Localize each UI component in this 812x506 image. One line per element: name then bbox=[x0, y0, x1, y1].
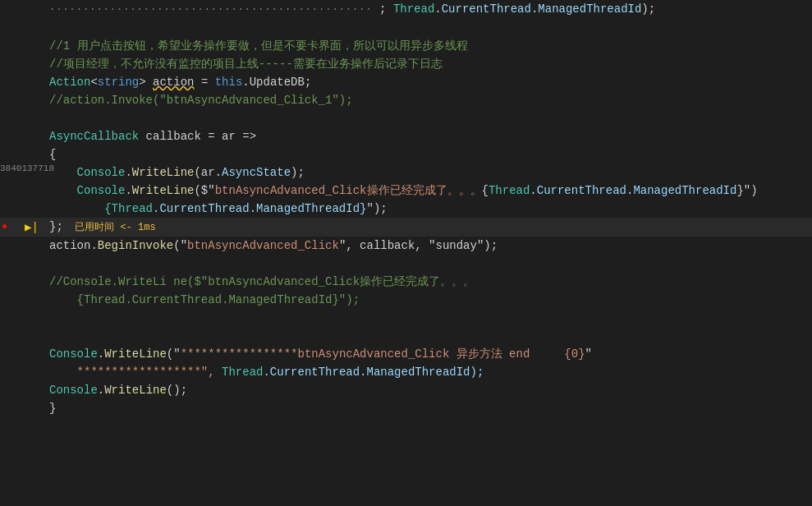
code-line: ******************", Thread.CurrentThrea… bbox=[0, 363, 812, 381]
code-token: Thread bbox=[222, 366, 263, 379]
line-content: //Console.WriteLi ne($"btnAsyncAdvanced_… bbox=[45, 273, 804, 291]
code-token: Action bbox=[49, 76, 90, 89]
line-content: Console.WriteLine(ar.AsyncState); bbox=[45, 163, 804, 182]
code-token: ········································… bbox=[49, 4, 373, 16]
code-token: " bbox=[585, 347, 592, 361]
code-line: Action<string> action = this.UpdateDB; bbox=[0, 73, 812, 91]
code-token: {Thread.CurrentThread.ManagedThreadId}")… bbox=[49, 293, 360, 306]
code-line: Console.WriteLine(); bbox=[0, 381, 812, 399]
line-content: ******************", Thread.CurrentThrea… bbox=[45, 363, 804, 381]
line-content: Console.WriteLine("*****************btnA… bbox=[45, 345, 804, 363]
code-line: 3840137718 Console.WriteLine(ar.AsyncSta… bbox=[0, 163, 812, 182]
line-content: Console.WriteLine(); bbox=[45, 381, 804, 399]
code-token: (" bbox=[173, 239, 187, 252]
code-token: CurrentThread bbox=[442, 2, 531, 16]
code-token: //1 用户点击按钮，希望业务操作要做，但是不要卡界面，所以可以用异步多线程 bbox=[49, 39, 468, 53]
code-token: . bbox=[530, 184, 536, 197]
line-content: //1 用户点击按钮，希望业务操作要做，但是不要卡界面，所以可以用异步多线程 bbox=[45, 37, 804, 55]
code-token: .UpdateDB; bbox=[242, 76, 311, 89]
code-token: < bbox=[90, 76, 97, 89]
code-token: WriteLine bbox=[104, 347, 167, 361]
code-token: .CurrentThread bbox=[153, 202, 250, 215]
line-content: //项目经理，不允许没有监控的项目上线-----需要在业务操作后记录下日志 bbox=[45, 55, 804, 73]
line-content: AsyncCallback callback = ar => bbox=[45, 127, 804, 145]
code-line: } bbox=[0, 399, 812, 417]
debug-arrow: ▶| bbox=[25, 220, 39, 234]
code-token: string bbox=[98, 76, 139, 89]
line-content: }; 已用时间 <- 1ms bbox=[45, 218, 804, 237]
code-token: .ManagedThreadId); bbox=[360, 366, 484, 379]
code-token: (ar. bbox=[194, 166, 222, 179]
code-token: btnAsyncAdvanced_Click bbox=[187, 239, 339, 252]
code-token: WriteLine bbox=[132, 166, 195, 179]
code-token: { bbox=[49, 148, 56, 161]
code-token: Console bbox=[49, 347, 98, 361]
code-line: //Console.WriteLi ne($"btnAsyncAdvanced_… bbox=[0, 273, 812, 291]
line-content: action.BeginInvoke("btnAsyncAdvanced_Cli… bbox=[45, 237, 804, 255]
breakpoint-indicator[interactable]: ● bbox=[2, 221, 7, 232]
code-token: Console bbox=[77, 184, 126, 197]
code-token: ; bbox=[373, 2, 393, 16]
code-token: //Console.WriteLi ne($"btnAsyncAdvanced_… bbox=[49, 275, 475, 288]
code-token: .CurrentThread bbox=[263, 366, 360, 379]
code-token: }") bbox=[736, 184, 757, 197]
code-line: Console.WriteLine("*****************btnA… bbox=[0, 345, 812, 363]
code-token: *****************btnAsyncAdvanced_Click … bbox=[181, 347, 585, 361]
code-token: //项目经理，不允许没有监控的项目上线-----需要在业务操作后记录下日志 bbox=[49, 58, 443, 71]
code-editor: ········································… bbox=[0, 0, 812, 506]
code-token: AsyncState bbox=[222, 166, 291, 179]
code-token: WriteLine bbox=[132, 184, 195, 197]
code-line: action.BeginInvoke("btnAsyncAdvanced_Cli… bbox=[0, 237, 812, 255]
code-token: //action.Invoke("btnAsyncAdvanced_Click_… bbox=[49, 94, 353, 107]
code-token: . bbox=[98, 347, 104, 361]
code-token: ManagedThreadId bbox=[633, 184, 736, 197]
code-token bbox=[49, 184, 77, 197]
code-line: Console.WriteLine($"btnAsyncAdvanced_Cli… bbox=[0, 182, 812, 200]
line-content: } bbox=[45, 399, 804, 417]
code-token: Console bbox=[49, 384, 98, 397]
line-content: Action<string> action = this.UpdateDB; bbox=[45, 73, 804, 91]
code-line bbox=[0, 109, 812, 127]
line-content: { bbox=[45, 145, 804, 163]
code-token: . bbox=[125, 166, 131, 179]
line-content: {Thread.CurrentThread.ManagedThreadId}")… bbox=[45, 200, 804, 218]
code-line bbox=[0, 19, 812, 37]
code-token: ); bbox=[291, 166, 305, 179]
code-line: //action.Invoke("btnAsyncAdvanced_Click_… bbox=[0, 91, 812, 109]
code-token: btnAsyncAdvanced_Click操作已经完成了。。。 bbox=[215, 184, 482, 197]
code-token: AsyncCallback bbox=[49, 130, 139, 143]
code-line: { bbox=[0, 145, 812, 163]
code-line bbox=[0, 255, 812, 273]
code-token: this bbox=[215, 76, 243, 89]
code-token: .ManagedThreadId} bbox=[250, 202, 367, 215]
line-content: //action.Invoke("btnAsyncAdvanced_Click_… bbox=[45, 91, 804, 109]
code-token: ******************", bbox=[49, 366, 222, 379]
code-line: //1 用户点击按钮，希望业务操作要做，但是不要卡界面，所以可以用异步多线程 bbox=[0, 37, 812, 55]
code-token: ", callback, "sunday"); bbox=[339, 239, 498, 252]
code-line: AsyncCallback callback = ar => bbox=[0, 127, 812, 145]
code-token: CurrentThread bbox=[537, 184, 626, 197]
code-token: (" bbox=[167, 347, 181, 361]
code-line: {Thread.CurrentThread.ManagedThreadId}")… bbox=[0, 200, 812, 218]
code-token: . bbox=[98, 384, 104, 397]
code-token: ); bbox=[641, 2, 655, 16]
thread-id-label: 3840137718 bbox=[0, 163, 54, 173]
code-token: BeginInvoke bbox=[98, 239, 173, 252]
code-token: . bbox=[434, 2, 441, 16]
code-token: ManagedThreadId bbox=[538, 2, 641, 16]
code-line: {Thread.CurrentThread.ManagedThreadId}")… bbox=[0, 291, 812, 309]
line-content: {Thread.CurrentThread.ManagedThreadId}")… bbox=[45, 291, 804, 309]
code-token: Thread bbox=[393, 2, 434, 16]
code-token: . bbox=[125, 184, 131, 197]
code-line bbox=[0, 327, 812, 345]
code-token: }; bbox=[49, 220, 63, 233]
code-line bbox=[0, 309, 812, 327]
code-token: ($" bbox=[194, 184, 214, 197]
code-token: WriteLine bbox=[104, 384, 167, 397]
code-line: ········································… bbox=[0, 0, 812, 19]
code-token: action. bbox=[49, 239, 98, 252]
code-token: Console bbox=[77, 166, 126, 179]
line-content: ········································… bbox=[45, 0, 804, 19]
code-token: callback = ar => bbox=[139, 130, 256, 143]
code-token: > action = bbox=[139, 76, 214, 89]
